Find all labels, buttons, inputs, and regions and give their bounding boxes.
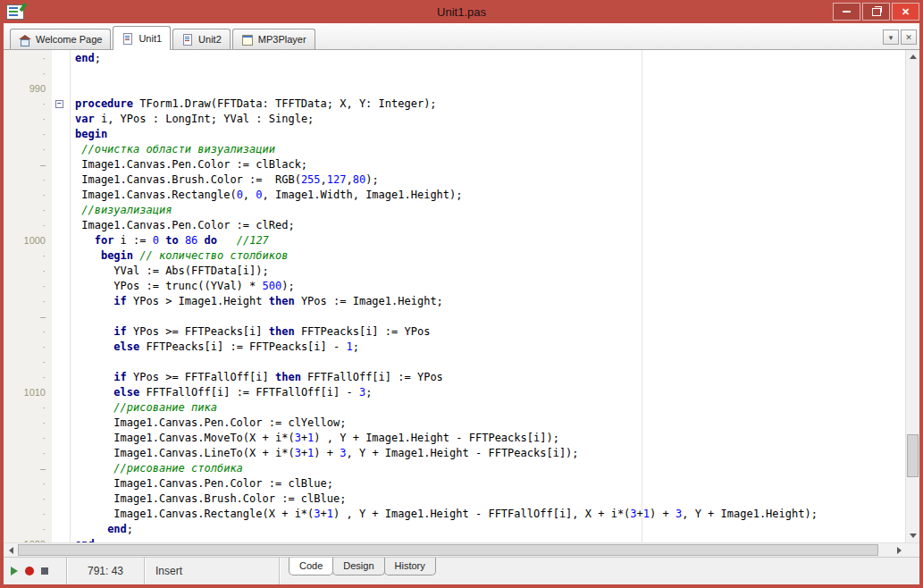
code-line[interactable]: – //рисование столбика [4,461,906,476]
fold-column-cell [52,537,71,542]
fold-column-cell [52,491,71,507]
scroll-down-button[interactable] [906,529,919,542]
fold-collapse-icon[interactable]: − [55,100,63,108]
run-icon[interactable] [11,567,18,575]
minimize-button[interactable] [833,3,860,21]
code-line[interactable]: ·end; [4,51,906,66]
fold-column-cell [52,431,71,446]
fold-column-cell [52,233,71,248]
tab-unit2[interactable]: Unit2 [172,29,231,49]
restore-button[interactable] [862,3,890,21]
code-text: Image1.Canvas.Rectangle(0, 0, Image1.Wid… [71,188,463,203]
fold-column-cell [52,112,71,127]
scroll-up-button[interactable] [906,50,919,63]
tab-mp3player[interactable]: MP3Player [232,29,315,49]
fold-column-cell [52,172,71,188]
code-line[interactable]: – [4,309,906,324]
fold-column-cell [52,522,71,537]
code-line[interactable]: · YVal := Abs(FFTData[i]); [4,264,906,279]
code-text: Image1.Canvas.Pen.Color := clRed; [71,218,295,233]
code-line[interactable]: · if YPos >= FFTPeacks[i] then FFTPeacks… [4,324,906,340]
code-line[interactable]: 1010 else FFTFallOff[i] := FFTFallOff[i]… [4,385,906,400]
titlebar[interactable]: Unit1.pas ✕ [0,0,923,23]
code-line[interactable]: · if YPos >= FFTFallOff[i] then FFTFallO… [4,370,906,385]
tab-unit1[interactable]: Unit1 [113,26,171,50]
code-line[interactable]: · Image1.Canvas.Pen.Color := clBlue; [4,476,906,491]
code-line[interactable]: · Image1.Canvas.Rectangle(X + i*(3+1) , … [4,507,906,522]
code-line[interactable]: ·−procedure TForm1.Draw(FFTData: TFFTDat… [4,97,906,112]
statusbar: 791: 43 Insert CodeDesignHistory [4,557,919,584]
fold-column-cell [52,355,71,370]
gutter-mark: · [4,218,52,233]
code-lines: ·end;·990·−procedure TForm1.Draw(FFTData… [4,51,906,542]
code-line[interactable]: · end; [4,522,906,537]
code-line[interactable]: 1000 for i := 0 to 86 do //127 [4,233,906,248]
code-line[interactable]: ·var i, YPos : LongInt; YVal : Single; [4,112,906,127]
gutter-mark: · [4,324,52,340]
code-line[interactable]: · YPos := trunc((YVal) * 500); [4,279,906,294]
code-text: Image1.Canvas.Pen.Color := clBlack; [71,157,307,172]
code-line[interactable]: · Image1.Canvas.Pen.Color := clRed; [4,218,906,233]
scroll-left-button[interactable] [4,543,18,557]
code-line[interactable]: · [4,355,906,370]
vertical-scroll-thumb[interactable] [907,434,919,477]
code-line[interactable]: · Image1.Canvas.MoveTo(X + i*(3+1) , Y +… [4,431,906,446]
gutter-mark: · [4,97,52,112]
vertical-scrollbar[interactable] [905,50,919,542]
editor-view-tabs: CodeDesignHistory [289,558,435,584]
gutter-mark: · [4,142,52,157]
code-line[interactable]: 990 [4,81,906,97]
line-number: 1010 [4,385,52,400]
code-line[interactable]: · [4,66,906,81]
code-text: YPos := trunc((YVal) * 500); [71,279,295,294]
view-tab-code[interactable]: Code [289,558,333,575]
unit-icon [181,34,194,46]
code-line[interactable]: · else FFTPeacks[i] := FFTPeacks[i] - 1; [4,340,906,355]
close-button[interactable]: ✕ [892,3,919,21]
code-text: if YPos >= FFTFallOff[i] then FFTFallOff… [71,370,443,385]
tab-welcome-page[interactable]: Welcome Page [10,29,111,49]
code-text: end; [71,537,101,542]
code-line[interactable]: · Image1.Canvas.Brush.Color := clBlue; [4,491,906,507]
code-text [71,355,75,370]
fold-column-cell [52,203,71,218]
tab-label: Unit2 [198,34,222,45]
fold-column-cell [52,507,71,522]
gutter-mark: · [4,476,52,491]
code-line[interactable]: · Image1.Canvas.LineTo(X + i*(3+1) + 3, … [4,446,906,461]
gutter-mark: · [4,127,52,142]
scroll-right-button[interactable] [892,543,906,557]
code-line[interactable]: · //очистка области визуализации [4,142,906,157]
code-editor[interactable]: ·end;·990·−procedure TForm1.Draw(FFTData… [4,50,919,542]
code-line[interactable]: · //визуализация [4,203,906,218]
view-tab-history[interactable]: History [384,558,436,575]
record-icon[interactable] [25,567,34,575]
code-line[interactable]: 1020end; [4,537,906,542]
tab-label: MP3Player [258,34,306,45]
fold-column-cell [52,279,71,294]
view-tab-design[interactable]: Design [332,558,384,575]
code-line[interactable]: – Image1.Canvas.Pen.Color := clBlack; [4,157,906,172]
gutter-mark: · [4,522,52,537]
code-line[interactable]: · Image1.Canvas.Rectangle(0, 0, Image1.W… [4,188,906,203]
code-line[interactable]: · Image1.Canvas.Brush.Color := RGB(255,1… [4,172,906,188]
code-text: Image1.Canvas.Rectangle(X + i*(3+1) , Y … [71,507,818,522]
code-line[interactable]: · begin // количество столбиков [4,248,906,264]
horizontal-scroll-thumb[interactable] [18,544,878,556]
horizontal-scrollbar[interactable] [4,542,919,557]
fold-column-cell [52,385,71,400]
statusbar-separator [279,558,280,584]
code-line[interactable]: · Image1.Canvas.Pen.Color := clYellow; [4,416,906,431]
stop-icon[interactable] [41,567,48,575]
code-line[interactable]: · //рисование пика [4,400,906,416]
tab-list-button[interactable]: ▾ [883,29,899,45]
close-page-button[interactable]: ✕ [901,29,917,45]
gutter-mark: · [4,51,52,66]
code-text [71,81,75,97]
code-text: if YPos >= FFTPeacks[i] then FFTPeacks[i… [71,324,430,340]
code-text: end; [71,51,101,66]
code-text: procedure TForm1.Draw(FFTData: TFFTData;… [71,97,437,112]
code-line[interactable]: · if YPos > Image1.Height then YPos := I… [4,294,906,309]
code-line[interactable]: ·begin [4,127,906,142]
fold-column-cell [52,66,71,81]
